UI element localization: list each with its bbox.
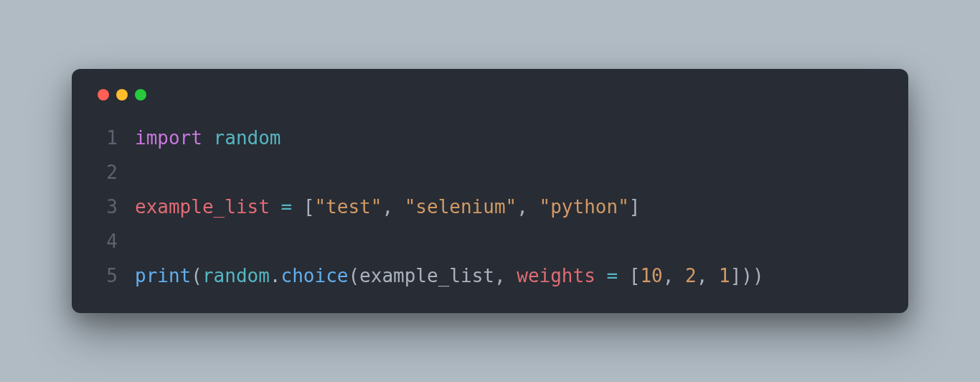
- code-line: 5 print(random.choice(example_list, weig…: [95, 258, 885, 293]
- minimize-icon[interactable]: [116, 89, 128, 101]
- code-content: import random: [135, 121, 281, 155]
- window-controls: [95, 89, 885, 101]
- maximize-icon[interactable]: [135, 89, 146, 101]
- code-area[interactable]: 1 import random 2 3 example_list = ["tes…: [95, 121, 885, 293]
- line-number: 1: [95, 121, 118, 155]
- code-line: 1 import random: [95, 121, 885, 155]
- line-number: 2: [95, 155, 118, 190]
- line-number: 5: [95, 258, 118, 293]
- code-line: 3 example_list = ["test", "selenium", "p…: [95, 190, 885, 224]
- code-line: 2: [95, 155, 885, 190]
- code-line: 4: [95, 224, 885, 258]
- line-number: 4: [95, 224, 118, 258]
- close-icon[interactable]: [98, 89, 109, 101]
- code-content: print(random.choice(example_list, weight…: [135, 258, 764, 293]
- code-content: example_list = ["test", "selenium", "pyt…: [135, 190, 640, 224]
- code-editor-window: 1 import random 2 3 example_list = ["tes…: [72, 69, 908, 313]
- line-number: 3: [95, 190, 118, 224]
